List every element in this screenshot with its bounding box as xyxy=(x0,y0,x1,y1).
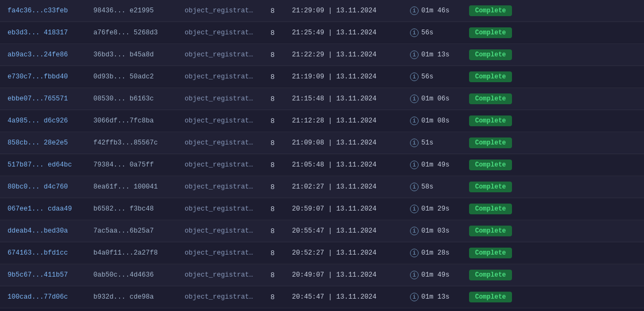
cell-time: 21:29:09 | 13.11.2024 xyxy=(289,7,407,15)
duration-value: 01m 06s xyxy=(421,95,450,103)
cell-id: ebbe07...765571 xyxy=(4,95,90,103)
table-row[interactable]: 80bc0... d4c760 8ea61f... 100041 object_… xyxy=(0,176,644,198)
duration-value: 58s xyxy=(421,183,434,191)
duration-value: 01m 13s xyxy=(421,293,450,301)
cell-hash: 8ea61f... 100041 xyxy=(90,183,181,191)
cell-type: object_registration xyxy=(181,51,257,59)
table-row[interactable]: 100cad...77d06c b932d... cde98a object_r… xyxy=(0,286,644,308)
status-badge: Complete xyxy=(469,71,512,82)
cell-type: object_registration xyxy=(181,117,257,125)
cell-num: 8 xyxy=(257,293,289,301)
cell-status: Complete xyxy=(466,5,530,16)
status-badge: Complete xyxy=(469,160,512,170)
cell-duration: i 01m 46s xyxy=(407,6,466,15)
cell-id: 517b87... ed64bc xyxy=(4,161,90,169)
duration-value: 01m 28s xyxy=(421,249,450,257)
table-row[interactable]: eb3d3... 418317 a76fe8... 5268d3 object_… xyxy=(0,22,644,44)
status-badge: Complete xyxy=(469,204,512,214)
table-row[interactable]: 4a985... d6c926 3066df...7fc8ba object_r… xyxy=(0,110,644,132)
table-row[interactable]: e730c7...fbbd40 0d93b... 50adc2 object_r… xyxy=(0,66,644,88)
cell-id: e730c7...fbbd40 xyxy=(4,73,90,81)
cell-num: 8 xyxy=(257,51,289,59)
cell-time: 21:05:48 | 13.11.2024 xyxy=(289,161,407,169)
info-icon[interactable]: i xyxy=(410,95,419,103)
info-icon[interactable]: i xyxy=(410,28,419,37)
cell-hash: a76fe8... 5268d3 xyxy=(90,29,181,37)
cell-duration: i 01m 49s xyxy=(407,271,466,279)
cell-status: Complete xyxy=(466,49,530,60)
table-row[interactable]: ddeab4...bed30a 7ac5aa...6b25a7 object_r… xyxy=(0,220,644,242)
cell-id: 858cb... 28e2e5 xyxy=(4,139,90,147)
cell-num: 8 xyxy=(257,205,289,213)
table-row[interactable]: ab9ac3...24fe86 36bd3... b45a8d object_r… xyxy=(0,44,644,66)
cell-duration: i 56s xyxy=(407,73,466,81)
cell-hash: b932d... cde98a xyxy=(90,293,181,301)
duration-value: 51s xyxy=(421,139,434,147)
cell-num: 8 xyxy=(257,95,289,103)
cell-duration: i 01m 13s xyxy=(407,293,466,301)
status-badge: Complete xyxy=(469,226,512,236)
cell-id: fa4c36...c33feb xyxy=(4,7,90,15)
info-icon[interactable]: i xyxy=(410,139,419,147)
duration-value: 01m 46s xyxy=(421,7,450,15)
cell-duration: i 01m 49s xyxy=(407,161,466,169)
cell-num: 8 xyxy=(257,29,289,37)
cell-num: 8 xyxy=(257,117,289,125)
info-icon[interactable]: i xyxy=(410,293,419,301)
info-icon[interactable]: i xyxy=(410,271,419,279)
cell-status: Complete xyxy=(466,270,530,280)
status-badge: Complete xyxy=(469,292,512,302)
cell-id: 4a985... d6c926 xyxy=(4,117,90,125)
cell-status: Complete xyxy=(466,182,530,192)
cell-time: 21:09:08 | 13.11.2024 xyxy=(289,139,407,147)
duration-value: 56s xyxy=(421,73,434,81)
info-icon[interactable]: i xyxy=(410,6,419,15)
cell-duration: i 01m 03s xyxy=(407,227,466,235)
cell-hash: f42ffb3...85567c xyxy=(90,139,181,147)
table-row[interactable]: ebbe07...765571 08530... b6163c object_r… xyxy=(0,88,644,110)
table-row[interactable]: 067ee1... cdaa49 b6582... f3bc48 object_… xyxy=(0,198,644,220)
cell-type: object_registration xyxy=(181,161,257,169)
cell-time: 21:12:28 | 13.11.2024 xyxy=(289,117,407,125)
cell-duration: i 01m 06s xyxy=(407,95,466,103)
info-icon[interactable]: i xyxy=(410,50,419,59)
cell-type: object_registration xyxy=(181,293,257,301)
duration-value: 56s xyxy=(421,29,434,37)
info-icon[interactable]: i xyxy=(410,161,419,169)
cell-hash: 79384... 0a75ff xyxy=(90,161,181,169)
duration-value: 01m 03s xyxy=(421,227,450,235)
cell-type: object_registration xyxy=(181,29,257,37)
cell-num: 8 xyxy=(257,227,289,235)
table-row[interactable]: 9b5c67...411b57 0ab50c...4d4636 object_r… xyxy=(0,264,644,286)
transactions-table: fa4c36...c33feb 98436... e21995 object_r… xyxy=(0,0,644,311)
info-icon[interactable]: i xyxy=(410,227,419,235)
status-badge: Complete xyxy=(469,182,512,192)
table-row[interactable]: fa4c36...c33feb 98436... e21995 object_r… xyxy=(0,0,644,22)
status-badge: Complete xyxy=(469,5,512,16)
cell-type: object_registration xyxy=(181,271,257,279)
cell-status: Complete xyxy=(466,93,530,104)
info-icon[interactable]: i xyxy=(410,249,419,257)
cell-id: eb3d3... 418317 xyxy=(4,29,90,37)
info-icon[interactable]: i xyxy=(410,205,419,213)
cell-time: 20:52:27 | 13.11.2024 xyxy=(289,249,407,257)
cell-time: 20:55:47 | 13.11.2024 xyxy=(289,227,407,235)
cell-id: 067ee1... cdaa49 xyxy=(4,205,90,213)
cell-hash: 3066df...7fc8ba xyxy=(90,117,181,125)
cell-status: Complete xyxy=(466,204,530,214)
table-row[interactable]: 517b87... ed64bc 79384... 0a75ff object_… xyxy=(0,154,644,176)
duration-value: 01m 29s xyxy=(421,205,450,213)
cell-num: 8 xyxy=(257,7,289,15)
table-row[interactable]: 674163...bfd1cc b4a0f11...2a27f8 object_… xyxy=(0,242,644,264)
cell-num: 8 xyxy=(257,139,289,147)
table-row[interactable]: 858cb... 28e2e5 f42ffb3...85567c object_… xyxy=(0,132,644,154)
info-icon[interactable]: i xyxy=(410,183,419,191)
cell-duration: i 51s xyxy=(407,139,466,147)
info-icon[interactable]: i xyxy=(410,117,419,125)
cell-hash: 98436... e21995 xyxy=(90,7,181,15)
cell-id: ddeab4...bed30a xyxy=(4,227,90,235)
info-icon[interactable]: i xyxy=(410,73,419,81)
duration-value: 01m 49s xyxy=(421,161,450,169)
cell-hash: b4a0f11...2a27f8 xyxy=(90,249,181,257)
cell-num: 8 xyxy=(257,249,289,257)
